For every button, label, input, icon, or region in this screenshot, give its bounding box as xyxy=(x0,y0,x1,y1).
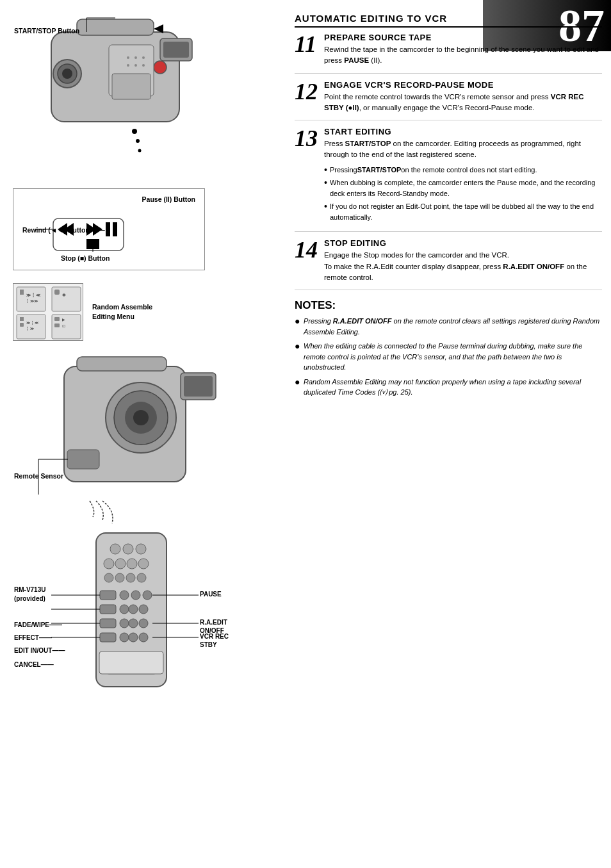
notes-title: NOTES: xyxy=(295,299,602,312)
svg-point-64 xyxy=(104,559,114,569)
edit-in-out-label: EDIT IN/OUT—— xyxy=(14,647,65,654)
svg-text:⊡: ⊡ xyxy=(62,324,65,328)
note-1-bullet: ● xyxy=(295,316,304,327)
svg-rect-57 xyxy=(67,450,99,469)
svg-rect-84 xyxy=(100,633,116,642)
note-3-bullet: ● xyxy=(295,377,304,388)
svg-point-85 xyxy=(120,633,129,642)
svg-point-79 xyxy=(139,605,148,614)
svg-point-73 xyxy=(120,591,129,600)
editing-menu-box: ≫ ╎ ≪ ╎ ≫≫ ✱ ≫ ╎ ≪ ╎ ≫ ▶ ⊡ xyxy=(13,283,83,341)
svg-point-63 xyxy=(136,544,146,554)
svg-rect-54 xyxy=(77,357,167,371)
step-12-body: Point the remote control towards the VCR… xyxy=(324,92,602,114)
svg-point-61 xyxy=(110,544,120,554)
svg-point-66 xyxy=(127,559,137,569)
pause-label-rc: PAUSE xyxy=(200,591,222,598)
svg-text:╎  ≫: ╎ ≫ xyxy=(26,326,34,331)
cancel-label: CANCEL—— xyxy=(14,661,54,668)
step-13-number: 13 xyxy=(295,127,320,150)
svg-point-83 xyxy=(139,619,148,628)
step-13-body: Press START/STOP on the camcorder. Editi… xyxy=(324,138,602,161)
step-14: 14 STOP EDITING Engage the Stop modes fo… xyxy=(295,238,602,290)
step-12-title: ENGAGE VCR'S RECORD-PAUSE MODE xyxy=(324,80,602,90)
step-14-number: 14 xyxy=(295,238,320,261)
step-11-body: Rewind the tape in the camcorder to the … xyxy=(324,44,602,67)
rm-v713u-label: RM-V713U(provided) xyxy=(14,585,45,603)
remote-control-area: RM-V713U(provided) FADE/WIPE—— EFFECT—— … xyxy=(13,527,282,706)
bullet-3: If you do not register an Edit-Out point… xyxy=(324,201,602,222)
note-1-text: Pressing R.A.EDIT ON/OFF on the remote c… xyxy=(304,316,602,337)
svg-point-53 xyxy=(133,410,149,425)
svg-rect-56 xyxy=(184,376,213,397)
svg-rect-26 xyxy=(106,222,110,236)
note-2-bullet: ● xyxy=(295,341,304,352)
svg-point-74 xyxy=(131,591,140,600)
stop-button-label: Stop (■) Button xyxy=(61,254,110,262)
effect-label: EFFECT—— xyxy=(14,634,52,641)
step-13-title: START EDITING xyxy=(324,127,602,136)
step-11-title: PREPARE SOURCE TAPE xyxy=(324,33,602,42)
note-2-text: When the editing cable is connected to t… xyxy=(304,341,602,373)
svg-point-78 xyxy=(129,605,138,614)
svg-rect-76 xyxy=(100,605,116,614)
svg-point-70 xyxy=(126,573,135,582)
svg-point-21 xyxy=(138,149,142,152)
svg-point-13 xyxy=(134,64,137,67)
svg-point-19 xyxy=(132,129,137,134)
svg-rect-36 xyxy=(20,290,24,295)
note-3-text: Random Assemble Editing may not function… xyxy=(304,377,602,398)
svg-point-68 xyxy=(104,573,113,582)
svg-point-71 xyxy=(137,573,146,582)
svg-point-67 xyxy=(138,559,149,569)
right-column: AUTOMATIC EDITING TO VCR 11 PREPARE SOUR… xyxy=(295,13,602,402)
svg-text:✱: ✱ xyxy=(62,293,66,297)
note-1: ● Pressing R.A.EDIT ON/OFF on the remote… xyxy=(295,316,602,337)
svg-rect-72 xyxy=(100,591,116,600)
svg-point-9 xyxy=(127,56,129,59)
svg-rect-28 xyxy=(86,239,99,249)
svg-rect-42 xyxy=(20,323,24,327)
svg-rect-5 xyxy=(163,42,189,58)
step-14-content: STOP EDITING Engage the Stop modes for t… xyxy=(324,238,602,283)
svg-point-77 xyxy=(120,605,129,614)
pause-button-label: Pause (II) Button xyxy=(22,195,195,203)
remote-sensor-label: Remote Sensor xyxy=(14,472,63,480)
svg-point-86 xyxy=(129,633,138,642)
step-11-number: 11 xyxy=(295,33,320,56)
svg-rect-15 xyxy=(112,74,151,99)
bullet-1: Pressing START/STOP on the remote contro… xyxy=(324,165,602,176)
editing-menu-area: ≫ ╎ ≪ ╎ ≫≫ ✱ ≫ ╎ ≪ ╎ ≫ ▶ ⊡ Random Assemb… xyxy=(13,283,282,341)
camcorder-diagram: START/STOP Button xyxy=(13,13,231,179)
note-2: ● When the editing cable is connected to… xyxy=(295,341,602,373)
step-13-content: START EDITING Press START/STOP on the ca… xyxy=(324,127,602,225)
step-13-bullets: Pressing START/STOP on the remote contro… xyxy=(324,165,602,223)
remote-sensor-diagram: Remote Sensor xyxy=(13,354,282,552)
bullet-2: When dubbing is complete, the camcorder … xyxy=(324,177,602,199)
svg-point-7 xyxy=(154,61,167,74)
random-assemble-label: Random AssembleEditing Menu xyxy=(92,283,152,321)
svg-rect-27 xyxy=(113,222,117,236)
svg-point-12 xyxy=(127,64,129,67)
fade-wipe-label: FADE/WIPE—— xyxy=(14,621,62,628)
svg-point-62 xyxy=(123,544,133,554)
svg-point-20 xyxy=(136,139,140,143)
svg-text:≫ ╎ ≪: ≫ ╎ ≪ xyxy=(26,293,40,298)
svg-rect-96 xyxy=(99,651,163,674)
rewind-button-label: Rewind (◄◄) Button —— xyxy=(22,226,105,234)
left-column: START/STOP Button Pause (II) Button xyxy=(13,13,282,706)
svg-point-81 xyxy=(120,619,129,628)
svg-text:≫ ╎ ≪: ≫ ╎ ≪ xyxy=(26,320,38,325)
control-panel-box: Pause (II) Button Rewind (◄◄) Button —— … xyxy=(13,188,205,270)
step-11: 11 PREPARE SOURCE TAPE Rewind the tape i… xyxy=(295,33,602,74)
svg-point-69 xyxy=(115,573,124,582)
svg-rect-46 xyxy=(54,323,60,327)
svg-rect-41 xyxy=(20,317,24,321)
svg-point-65 xyxy=(115,559,126,569)
note-3: ● Random Assemble Editing may not functi… xyxy=(295,377,602,398)
step-14-body: Engage the Stop modes for the camcorder … xyxy=(324,250,602,283)
svg-point-87 xyxy=(139,633,148,642)
svg-rect-80 xyxy=(100,619,116,628)
svg-point-75 xyxy=(143,591,152,600)
step-12: 12 ENGAGE VCR'S RECORD-PAUSE MODE Point … xyxy=(295,80,602,121)
